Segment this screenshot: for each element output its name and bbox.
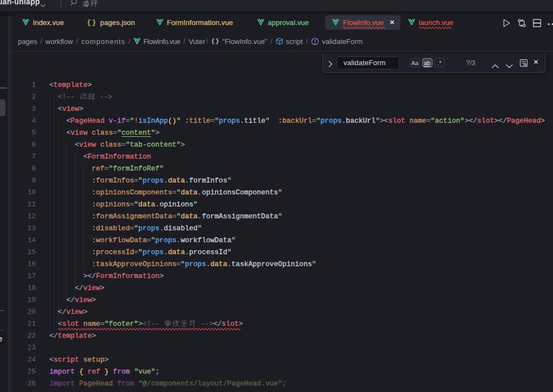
- svg-text:f: f: [314, 38, 316, 44]
